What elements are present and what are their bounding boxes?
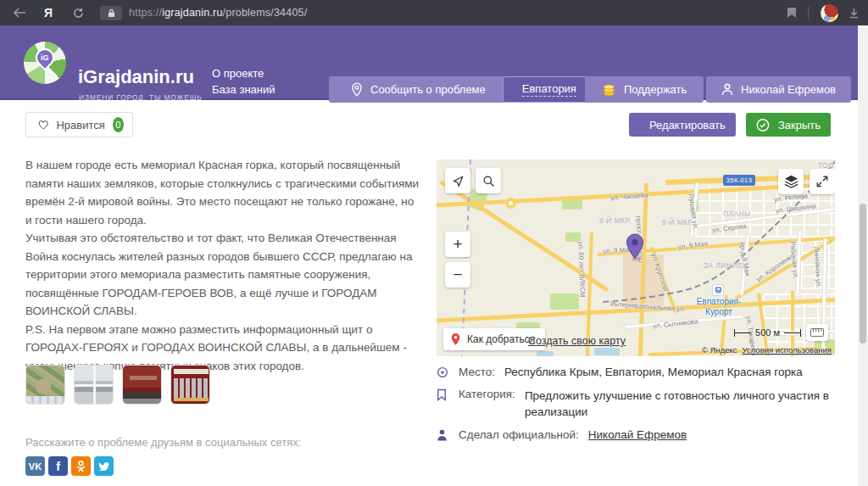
lock-icon[interactable] <box>100 6 122 20</box>
header-nav: О проекте База знаний Партнёры <box>212 66 275 114</box>
scale-label: 500 м <box>755 327 780 338</box>
place-value: Республика Крым, Евпатория, Мемориал Кра… <box>504 366 803 378</box>
site-logo[interactable]: iG <box>24 42 66 84</box>
map-scale: 500 м <box>734 327 801 338</box>
district-label: ПЛАНЫ <box>723 209 751 218</box>
category-row: Категория: Предложить улучшение с готовн… <box>437 388 835 420</box>
logo-pin-icon: iG <box>31 44 58 70</box>
nav-about[interactable]: О проекте <box>212 66 275 82</box>
official-user-link[interactable]: Николай Ефремов <box>588 428 687 441</box>
user-menu-button[interactable]: Николай Ефремов <box>706 76 851 103</box>
place-label: Место: <box>459 366 495 378</box>
station-label: Евпатория-Курорт <box>684 297 754 317</box>
red-pin-icon <box>450 332 461 346</box>
edit-label: Редактировать <box>649 119 726 131</box>
problem-location-marker[interactable] <box>625 233 645 265</box>
district-label: 9-Й МКР. <box>662 218 694 226</box>
pin-icon <box>351 82 363 97</box>
create-map-link[interactable]: Создать свою карту <box>528 335 626 347</box>
geolocate-button[interactable] <box>445 168 470 193</box>
map-search-button[interactable] <box>476 168 501 193</box>
odnoklassniki-share-icon[interactable] <box>71 456 91 476</box>
user-icon <box>721 83 733 96</box>
support-label: Поддержать <box>624 83 687 96</box>
ruler-button[interactable] <box>806 324 828 341</box>
brand-tagline: ИЗМЕНИ ГОРОД. ТЫ МОЖЕШЬ <box>79 93 203 102</box>
description-paragraph: Учитывая это обстоятельство и тот факт, … <box>25 229 421 321</box>
bookmark-icon[interactable] <box>787 7 797 19</box>
category-label: Категория: <box>459 388 515 400</box>
brand-name[interactable]: iGrajdanin.ru <box>78 66 194 88</box>
city-selector[interactable]: Евпатория <box>503 76 596 103</box>
nav-partners[interactable]: Партнёры <box>212 98 275 114</box>
poster-title-strip <box>174 369 209 374</box>
share-label: Расскажите о проблеме друзьям в социальн… <box>25 436 301 449</box>
address-bar[interactable]: https://igrajdanin.ru/problems/34405/ <box>129 7 307 19</box>
twitter-share-icon[interactable] <box>94 456 114 476</box>
directions-label: Как добраться <box>467 333 535 345</box>
site-header: iG iGrajdanin.ru ИЗМЕНИ ГОРОД. ТЫ МОЖЕШЬ… <box>0 25 868 100</box>
coins-icon <box>602 83 616 97</box>
page: Я https://igrajdanin.ru/problems/34405/ … <box>0 0 868 486</box>
train-station-icon <box>713 285 723 295</box>
report-problem-button[interactable]: Сообщить о проблеме Евпатория <box>329 76 596 103</box>
user-name-label: Николай Ефремов <box>741 83 836 96</box>
close-problem-button[interactable]: Закрыть <box>746 113 831 137</box>
facebook-share-icon[interactable]: f <box>48 456 68 476</box>
scale-bar-right <box>784 332 801 333</box>
report-problem-label: Сообщить о проблеме <box>370 83 486 96</box>
map-fullscreen-button[interactable] <box>810 169 835 194</box>
download-icon[interactable] <box>849 8 860 19</box>
photo-thumbnail-collage[interactable] <box>74 365 114 405</box>
problem-description: В нашем городе есть мемориал Красная гор… <box>25 156 421 375</box>
photo-thumbnail-poster[interactable] <box>170 365 210 405</box>
road-number-badge: 35К-013 <box>723 175 755 186</box>
edit-button[interactable]: Редактировать <box>629 113 736 137</box>
photo-thumbnail-memorial[interactable] <box>122 365 162 405</box>
check-circle-icon <box>756 118 770 132</box>
terms-link[interactable]: Условия использования <box>743 345 832 355</box>
poster-footer <box>174 398 209 401</box>
description-paragraph: В нашем городе есть мемориал Красная гор… <box>25 156 421 229</box>
poster-grid <box>174 378 209 399</box>
map-copyright: © Яндекс <box>702 345 737 355</box>
url-scheme: https:// <box>129 7 162 19</box>
photo-thumbnail-satellite[interactable] <box>25 365 65 405</box>
back-icon[interactable] <box>10 8 29 18</box>
heart-icon <box>38 119 48 131</box>
page-scrollbar-track[interactable] <box>858 25 868 486</box>
person-icon <box>437 429 449 444</box>
url-path: /problems/34405/ <box>223 7 308 19</box>
zoom-in-button[interactable]: + <box>445 232 470 257</box>
map-layers-button[interactable] <box>778 169 804 194</box>
yandex-browser-icon[interactable]: Я <box>44 6 53 20</box>
close-label: Закрыть <box>778 119 821 131</box>
page-scrollbar-thumb[interactable] <box>860 204 866 344</box>
support-button[interactable]: Поддержать <box>585 76 704 103</box>
nav-knowledge-base[interactable]: База знаний <box>212 82 275 98</box>
vk-share-icon[interactable]: VK <box>25 456 45 476</box>
place-row: Место: Республика Крым, Евпатория, Мемор… <box>437 366 835 381</box>
district-label: 8-Й МКР. <box>599 216 632 225</box>
url-domain: igrajdanin.ru <box>162 7 222 19</box>
target-icon <box>437 366 449 381</box>
zoom-out-button[interactable]: − <box>445 262 470 288</box>
city-label: Евпатория <box>522 82 576 97</box>
scale-bar-left <box>734 332 751 333</box>
share-buttons: VK f <box>25 456 114 476</box>
official-row: Сделал официальной: Николай Ефремов <box>437 428 835 444</box>
like-count-badge: 0 <box>113 117 124 132</box>
map-widget[interactable]: 8-Й МКР. 9-Й МКР. ПЛАНЫ ЗА ЛИНИЕЙ ТОВ ул… <box>437 159 835 356</box>
browser-toolbar: Я https://igrajdanin.ru/problems/34405/ … <box>0 0 868 25</box>
photo-thumbnails <box>25 365 210 405</box>
map-attribution: © Яндекс Условия использования <box>702 345 832 355</box>
like-label: Нравится <box>56 119 104 131</box>
category-value: Предложить улучшение с готовностью лично… <box>525 388 834 420</box>
reload-icon[interactable] <box>70 8 86 19</box>
official-label: Сделал официальной: <box>459 428 579 441</box>
bookmark-category-icon <box>437 388 449 404</box>
profile-avatar[interactable] <box>821 4 838 22</box>
like-button[interactable]: Нравится 0 <box>25 112 133 137</box>
